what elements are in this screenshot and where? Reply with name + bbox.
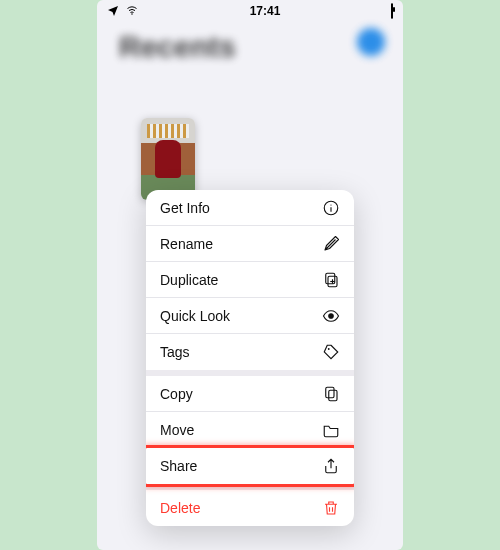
menu-group-1: Get Info Rename Duplicate Quick Look [146,190,354,370]
menu-item-copy[interactable]: Copy [146,376,354,412]
menu-item-move[interactable]: Move [146,412,354,448]
menu-group-3: Delete [146,484,354,526]
more-button[interactable] [357,28,385,56]
menu-group-2: Copy Move Share [146,370,354,484]
trash-icon [322,499,340,517]
svg-point-9 [328,348,330,350]
menu-item-quicklook[interactable]: Quick Look [146,298,354,334]
context-menu: Get Info Rename Duplicate Quick Look [146,190,354,526]
info-icon [322,199,340,217]
svg-rect-11 [329,390,337,401]
svg-point-0 [131,13,133,15]
wifi-icon [125,4,139,19]
menu-item-label: Get Info [160,200,210,216]
menu-item-delete[interactable]: Delete [146,490,354,526]
svg-point-3 [330,204,331,205]
menu-item-label: Quick Look [160,308,230,324]
duplicate-icon [322,271,340,289]
battery-charging-icon [391,4,393,18]
menu-item-getinfo[interactable]: Get Info [146,190,354,226]
copy-icon [322,385,340,403]
status-bar: 17:41 [97,0,403,22]
airplane-mode-icon [107,4,119,19]
phone-frame: 17:41 Recents Get Info Rename Dup [97,0,403,550]
menu-item-label: Duplicate [160,272,218,288]
eye-icon [322,307,340,325]
pencil-icon [322,235,340,253]
menu-item-label: Tags [160,344,190,360]
file-thumbnail[interactable] [141,118,195,200]
menu-item-label: Move [160,422,194,438]
menu-item-label: Share [160,458,197,474]
share-icon [322,457,340,475]
menu-item-share[interactable]: Share [146,448,354,484]
menu-item-duplicate[interactable]: Duplicate [146,262,354,298]
svg-rect-10 [326,387,334,398]
svg-rect-4 [326,273,335,284]
menu-item-label: Copy [160,386,193,402]
folder-icon [322,421,340,439]
menu-item-tags[interactable]: Tags [146,334,354,370]
tag-icon [322,343,340,361]
menu-item-label: Delete [160,500,200,516]
clock: 17:41 [250,4,281,18]
svg-point-8 [329,313,334,318]
menu-item-rename[interactable]: Rename [146,226,354,262]
menu-item-label: Rename [160,236,213,252]
